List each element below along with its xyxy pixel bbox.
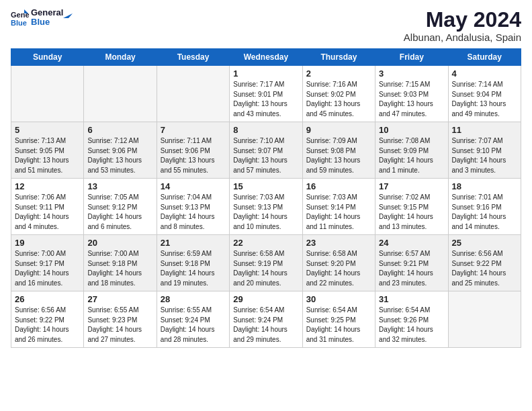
day-info: Sunrise: 7:12 AMSunset: 9:06 PMDaylight:… xyxy=(87,137,142,174)
svg-marker-3 xyxy=(63,13,73,18)
calendar-day-cell: 18Sunrise: 7:01 AMSunset: 9:16 PMDayligh… xyxy=(448,179,521,235)
title-block: May 2024 Albunan, Andalusia, Spain xyxy=(404,8,521,43)
day-info: Sunrise: 6:59 AMSunset: 9:18 PMDaylight:… xyxy=(161,250,215,287)
day-info: Sunrise: 7:01 AMSunset: 9:16 PMDaylight:… xyxy=(452,193,506,230)
calendar-day-cell xyxy=(157,66,229,122)
calendar-week-row: 5Sunrise: 7:13 AMSunset: 9:05 PMDaylight… xyxy=(11,122,521,179)
day-number: 22 xyxy=(233,238,298,248)
col-friday: Friday xyxy=(375,49,448,66)
day-number: 12 xyxy=(15,181,80,191)
day-info: Sunrise: 7:16 AMSunset: 9:02 PMDaylight:… xyxy=(306,81,361,118)
calendar-week-row: 12Sunrise: 7:06 AMSunset: 9:11 PMDayligh… xyxy=(11,179,521,235)
day-info: Sunrise: 7:00 AMSunset: 9:17 PMDaylight:… xyxy=(15,250,69,287)
calendar-day-cell: 31Sunrise: 6:54 AMSunset: 9:26 PMDayligh… xyxy=(375,291,448,348)
logo-icon: General Blue xyxy=(11,8,30,27)
calendar-header-row: Sunday Monday Tuesday Wednesday Thursday… xyxy=(11,49,521,66)
calendar-day-cell xyxy=(448,291,521,348)
calendar-day-cell xyxy=(84,66,157,122)
day-info: Sunrise: 7:02 AMSunset: 9:15 PMDaylight:… xyxy=(379,193,433,230)
calendar-day-cell: 5Sunrise: 7:13 AMSunset: 9:05 PMDaylight… xyxy=(11,122,84,179)
day-number: 11 xyxy=(452,125,517,135)
calendar-day-cell: 23Sunrise: 6:58 AMSunset: 9:20 PMDayligh… xyxy=(302,235,375,291)
calendar-week-row: 26Sunrise: 6:56 AMSunset: 9:22 PMDayligh… xyxy=(11,291,521,348)
day-info: Sunrise: 6:58 AMSunset: 9:20 PMDaylight:… xyxy=(306,250,361,287)
day-info: Sunrise: 6:56 AMSunset: 9:22 PMDaylight:… xyxy=(452,250,506,287)
day-info: Sunrise: 6:55 AMSunset: 9:23 PMDaylight:… xyxy=(87,306,142,343)
day-number: 10 xyxy=(379,125,444,135)
day-number: 16 xyxy=(306,181,371,191)
calendar-day-cell: 29Sunrise: 6:54 AMSunset: 9:24 PMDayligh… xyxy=(230,291,302,348)
day-number: 2 xyxy=(306,68,371,79)
day-info: Sunrise: 7:03 AMSunset: 9:14 PMDaylight:… xyxy=(306,193,361,230)
calendar-day-cell: 27Sunrise: 6:55 AMSunset: 9:23 PMDayligh… xyxy=(84,291,157,348)
day-info: Sunrise: 7:03 AMSunset: 9:13 PMDaylight:… xyxy=(233,193,287,230)
day-number: 6 xyxy=(87,125,152,135)
day-number: 17 xyxy=(379,181,444,191)
calendar-day-cell: 20Sunrise: 7:00 AMSunset: 9:18 PMDayligh… xyxy=(84,235,157,291)
day-info: Sunrise: 7:10 AMSunset: 9:07 PMDaylight:… xyxy=(233,137,287,174)
day-number: 23 xyxy=(306,238,371,248)
logo: General Blue General Blue xyxy=(11,8,74,28)
calendar-day-cell: 12Sunrise: 7:06 AMSunset: 9:11 PMDayligh… xyxy=(11,179,84,235)
day-info: Sunrise: 7:13 AMSunset: 9:05 PMDaylight:… xyxy=(15,137,69,174)
calendar-day-cell: 30Sunrise: 6:54 AMSunset: 9:25 PMDayligh… xyxy=(302,291,375,348)
header-row: General Blue General Blue May 2024 Albun… xyxy=(11,8,521,43)
calendar-day-cell: 8Sunrise: 7:10 AMSunset: 9:07 PMDaylight… xyxy=(230,122,302,179)
day-info: Sunrise: 7:06 AMSunset: 9:11 PMDaylight:… xyxy=(15,193,69,230)
day-info: Sunrise: 6:57 AMSunset: 9:21 PMDaylight:… xyxy=(379,250,433,287)
calendar-day-cell: 7Sunrise: 7:11 AMSunset: 9:06 PMDaylight… xyxy=(157,122,229,179)
day-info: Sunrise: 6:55 AMSunset: 9:24 PMDaylight:… xyxy=(161,306,215,343)
day-number: 27 xyxy=(87,294,152,304)
day-number: 21 xyxy=(161,238,226,248)
logo-arrow-icon xyxy=(62,9,74,21)
col-sunday: Sunday xyxy=(11,49,84,66)
day-info: Sunrise: 7:15 AMSunset: 9:03 PMDaylight:… xyxy=(379,81,433,118)
month-year-title: May 2024 xyxy=(404,8,521,32)
svg-text:Blue: Blue xyxy=(11,19,27,27)
day-number: 29 xyxy=(233,294,298,304)
day-number: 18 xyxy=(452,181,517,191)
logo-blue: Blue xyxy=(31,17,63,27)
calendar-day-cell: 11Sunrise: 7:07 AMSunset: 9:10 PMDayligh… xyxy=(448,122,521,179)
col-wednesday: Wednesday xyxy=(230,49,302,66)
calendar-table: Sunday Monday Tuesday Wednesday Thursday… xyxy=(11,48,521,348)
col-tuesday: Tuesday xyxy=(157,49,229,66)
calendar-day-cell: 19Sunrise: 7:00 AMSunset: 9:17 PMDayligh… xyxy=(11,235,84,291)
location-subtitle: Albunan, Andalusia, Spain xyxy=(404,32,521,43)
day-info: Sunrise: 7:08 AMSunset: 9:09 PMDaylight:… xyxy=(379,137,433,174)
day-info: Sunrise: 6:56 AMSunset: 9:22 PMDaylight:… xyxy=(15,306,69,343)
calendar-day-cell: 22Sunrise: 6:58 AMSunset: 9:19 PMDayligh… xyxy=(230,235,302,291)
calendar-day-cell: 14Sunrise: 7:04 AMSunset: 9:13 PMDayligh… xyxy=(157,179,229,235)
calendar-day-cell: 6Sunrise: 7:12 AMSunset: 9:06 PMDaylight… xyxy=(84,122,157,179)
calendar-day-cell: 15Sunrise: 7:03 AMSunset: 9:13 PMDayligh… xyxy=(230,179,302,235)
day-number: 14 xyxy=(161,181,226,191)
day-number: 24 xyxy=(379,238,444,248)
calendar-day-cell: 9Sunrise: 7:09 AMSunset: 9:08 PMDaylight… xyxy=(302,122,375,179)
day-number: 28 xyxy=(161,294,226,304)
day-number: 26 xyxy=(15,294,80,304)
day-number: 15 xyxy=(233,181,298,191)
day-number: 3 xyxy=(379,68,444,79)
calendar-week-row: 19Sunrise: 7:00 AMSunset: 9:17 PMDayligh… xyxy=(11,235,521,291)
logo-general: General xyxy=(31,8,63,17)
calendar-day-cell: 21Sunrise: 6:59 AMSunset: 9:18 PMDayligh… xyxy=(157,235,229,291)
day-info: Sunrise: 7:07 AMSunset: 9:10 PMDaylight:… xyxy=(452,137,506,174)
day-info: Sunrise: 6:54 AMSunset: 9:26 PMDaylight:… xyxy=(379,306,433,343)
day-number: 19 xyxy=(15,238,80,248)
calendar-day-cell: 10Sunrise: 7:08 AMSunset: 9:09 PMDayligh… xyxy=(375,122,448,179)
day-number: 4 xyxy=(452,68,517,79)
calendar-day-cell: 1Sunrise: 7:17 AMSunset: 9:01 PMDaylight… xyxy=(230,66,302,122)
day-info: Sunrise: 7:00 AMSunset: 9:18 PMDaylight:… xyxy=(87,250,142,287)
calendar-day-cell: 28Sunrise: 6:55 AMSunset: 9:24 PMDayligh… xyxy=(157,291,229,348)
day-number: 20 xyxy=(87,238,152,248)
day-number: 9 xyxy=(306,125,371,135)
day-info: Sunrise: 7:14 AMSunset: 9:04 PMDaylight:… xyxy=(452,81,506,118)
day-info: Sunrise: 7:11 AMSunset: 9:06 PMDaylight:… xyxy=(161,137,215,174)
calendar-day-cell: 17Sunrise: 7:02 AMSunset: 9:15 PMDayligh… xyxy=(375,179,448,235)
col-monday: Monday xyxy=(84,49,157,66)
calendar-week-row: 1Sunrise: 7:17 AMSunset: 9:01 PMDaylight… xyxy=(11,66,521,122)
calendar-day-cell: 4Sunrise: 7:14 AMSunset: 9:04 PMDaylight… xyxy=(448,66,521,122)
calendar-day-cell: 26Sunrise: 6:56 AMSunset: 9:22 PMDayligh… xyxy=(11,291,84,348)
day-number: 7 xyxy=(161,125,226,135)
day-number: 1 xyxy=(233,68,298,79)
